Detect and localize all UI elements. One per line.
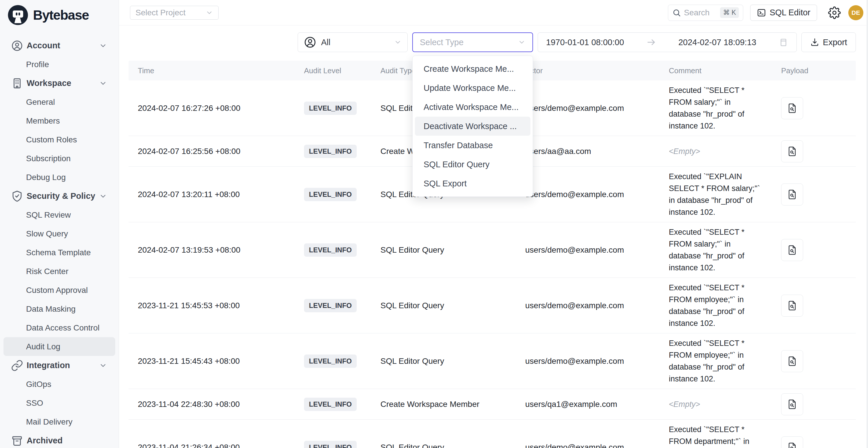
sidebar-item-label: General [26,98,55,107]
sidebar-item-label: Audit Log [26,342,60,351]
comment-cell: Executed `"EXPLAIN SELECT * FROM salary;… [661,171,774,218]
audit-type-cell: SQL Editor Query [374,246,519,255]
project-select-placeholder: Select Project [135,8,186,18]
level-badge: LEVEL_INFO [304,145,357,158]
type-menu-item-sql-editor-query[interactable]: SQL Editor Query [412,155,533,174]
column-header-audit-level: Audit Level [302,66,374,75]
date-start-value: 1970-01-01 08:00:00 [546,38,624,47]
audit-level-cell: LEVEL_INFO [302,188,374,201]
search-input[interactable]: Search ⌘ K [668,5,743,21]
sidebar-item-profile[interactable]: Profile [3,55,115,74]
project-select[interactable]: Select Project [130,6,219,20]
sidebar-item-label: Members [26,116,60,126]
gear-icon[interactable] [828,6,841,19]
brand-logo[interactable]: Bytebase [0,0,119,27]
payload-view-button[interactable] [781,239,803,261]
sidebar-item-custom-approval[interactable]: Custom Approval [3,281,115,299]
audit-log-row: 2024-02-07 13:19:53 +08:00LEVEL_INFOSQL … [129,222,856,278]
comment-cell: Executed `"SELECT * FROM employee;"` in … [661,282,774,329]
sidebar-item-subscription[interactable]: Subscription [3,149,115,168]
sidebar-item-general[interactable]: General [3,93,115,111]
sidebar-item-gitops[interactable]: GitOps [3,375,115,393]
scrollbar-track[interactable] [867,0,868,448]
audit-level-cell: LEVEL_INFO [302,102,374,115]
sidebar-section-archived[interactable]: Archived [3,431,115,448]
sidebar-item-label: Custom Approval [26,286,88,295]
audit-level-cell: LEVEL_INFO [302,244,374,257]
sidebar-item-data-access-control[interactable]: Data Access Control [3,318,115,337]
archive-icon [11,435,23,447]
date-range-picker[interactable]: 1970-01-01 08:00:00 2024-02-07 18:09:13 [538,32,797,52]
sidebar-item-audit-log[interactable]: Audit Log [3,337,115,356]
sidebar-item-data-masking[interactable]: Data Masking [3,299,115,318]
actor-cell: users/demo@example.com [519,301,661,310]
type-menu-item-sql-export[interactable]: SQL Export [412,174,533,193]
type-filter-dropdown: Create Workspace Me...Update Workspace M… [412,56,533,197]
payload-cell [774,437,856,448]
sidebar-item-custom-roles[interactable]: Custom Roles [3,130,115,149]
sidebar-item-label: Custom Roles [26,135,77,145]
sidebar-section-workspace[interactable]: Workspace [3,74,115,93]
date-end-value: 2024-02-07 18:09:13 [678,38,756,47]
export-button[interactable]: Export [801,32,856,52]
shield-check-icon [11,190,23,202]
audit-type-cell: Create Workspace Member [374,400,519,409]
topbar: Select Project Search ⌘ K SQL [119,0,868,26]
sidebar-item-label: Risk Center [26,267,68,276]
type-menu-item-create-workspace-me[interactable]: Create Workspace Me... [412,59,533,78]
sidebar-item-schema-template[interactable]: Schema Template [3,243,115,262]
sidebar-item-slow-query[interactable]: Slow Query [3,224,115,243]
level-badge: LEVEL_INFO [304,244,357,257]
payload-view-button[interactable] [781,393,803,415]
sidebar-item-label: Subscription [26,154,71,163]
actor-cell: users/demo@example.com [519,246,661,255]
sidebar-section-label: Security & Policy [27,191,95,201]
building-icon [11,77,23,89]
sql-editor-button[interactable]: SQL Editor [750,5,817,21]
time-cell: 2023-11-21 15:45:53 +08:00 [129,301,302,310]
payload-view-button[interactable] [781,295,803,317]
audit-level-cell: LEVEL_INFO [302,398,374,411]
column-header-time: Time [129,66,302,75]
sidebar-section-integration[interactable]: Integration [3,356,115,375]
comment-text: Executed `"SELECT * FROM department;"` i… [669,424,762,448]
sidebar-item-members[interactable]: Members [3,111,115,130]
chevron-down-icon [206,9,213,17]
audit-level-cell: LEVEL_INFO [302,299,374,312]
sidebar-item-label: Schema Template [26,248,91,257]
actor-filter-select[interactable]: All [298,32,408,52]
payload-view-button[interactable] [781,437,803,448]
bytebase-logo-icon [7,5,28,26]
comment-text: Executed `"EXPLAIN SELECT * FROM salary;… [669,171,762,218]
comment-cell: <Empty> [661,147,774,156]
download-icon [810,38,819,47]
user-circle-icon [11,40,23,52]
sidebar-item-sso[interactable]: SSO [3,393,115,412]
time-cell: 2024-02-07 13:20:11 +08:00 [129,190,302,199]
payload-view-button[interactable] [781,97,803,119]
sidebar-item-mail-delivery[interactable]: Mail Delivery [3,412,115,431]
sidebar-item-sql-review[interactable]: SQL Review [3,205,115,224]
type-menu-item-update-workspace-me[interactable]: Update Workspace Me... [412,78,533,98]
payload-view-button[interactable] [781,350,803,372]
sidebar-item-label: Mail Delivery [26,417,72,426]
comment-cell: Executed `"SELECT * FROM salary;"` in da… [661,226,774,274]
sidebar-item-label: Debug Log [26,173,66,182]
sidebar-item-risk-center[interactable]: Risk Center [3,262,115,281]
comment-text: Executed `"SELECT * FROM salary;"` in da… [669,226,762,274]
type-menu-item-deactivate-workspace[interactable]: Deactivate Workspace ... [415,117,530,136]
level-badge: LEVEL_INFO [304,441,357,448]
type-filter-select[interactable]: Select Type [412,32,533,52]
actor-cell: users/aa@aa.com [519,147,661,156]
sidebar-item-debug-log[interactable]: Debug Log [3,168,115,187]
type-menu-item-activate-workspace-me[interactable]: Activate Workspace Me... [412,98,533,117]
avatar[interactable]: DE [848,5,863,20]
payload-view-button[interactable] [781,184,803,205]
comment-cell: Executed `"SELECT * FROM salary;"` in da… [661,85,774,132]
type-menu-item-transfer-database[interactable]: Transfer Database [412,136,533,155]
sidebar-section-account[interactable]: Account [3,36,115,55]
sidebar-nav: AccountProfileWorkspaceGeneralMembersCus… [0,27,119,448]
payload-view-button[interactable] [781,140,803,162]
sidebar-section-security-policy[interactable]: Security & Policy [3,187,115,205]
sidebar-item-label: GitOps [26,380,51,389]
